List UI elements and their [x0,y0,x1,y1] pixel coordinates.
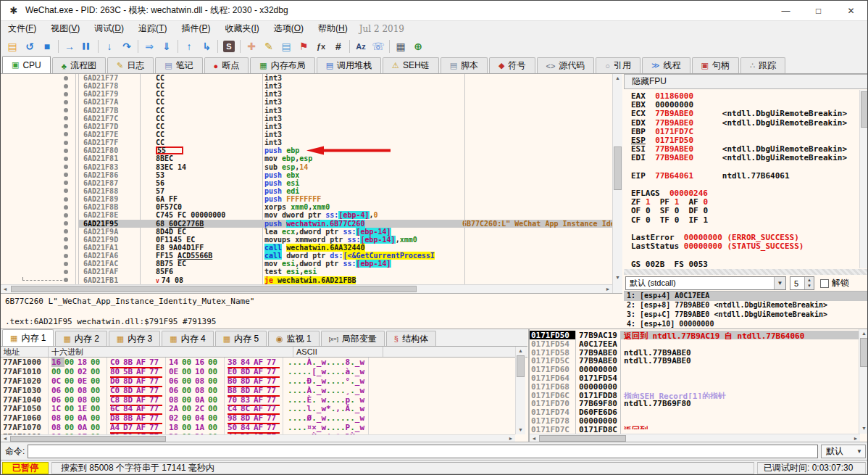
disasm-address[interactable]: 6AD21F8B [79,203,140,211]
command-input[interactable] [28,445,818,458]
breakpoint-dot-icon[interactable] [64,132,68,136]
dump-address[interactable]: 77AF1030 [1,386,49,395]
disasm-instruction[interactable]: push esi [264,179,462,187]
stack-row[interactable]: 0171FD7C0171FD8C返回到 [530,425,859,434]
disasm-row[interactable]: 6AD21FAF85F6test esi,esi [1,268,612,276]
breakpoint-dot-icon[interactable] [64,76,68,80]
breakpoint-dot-icon[interactable] [64,205,68,210]
stack-row[interactable]: 0171FD6800000000 [530,382,859,391]
dump-byte-group[interactable]: 16001800 [49,358,107,367]
dump-byte-group[interactable]: 805BAF77 [107,367,166,376]
stack-value[interactable]: 77B9AC19 [576,331,621,339]
breakpoint-dot-icon[interactable] [64,221,68,226]
dump-byte-group[interactable]: 18001A00 [166,423,225,432]
disasm-row[interactable]: 6AD21F77CCint3 [1,74,612,82]
disasm-bytes[interactable]: 83EC 14 [140,163,264,171]
step-out-button[interactable]: ⇓ [158,38,175,54]
disasm-row[interactable]: 6AD21F8653push ebx [1,171,612,179]
disasm-row[interactable]: 6AD21F7ECCint3 [1,131,612,139]
pause-button[interactable]: ▌▌ [78,38,96,54]
tab-句柄[interactable]: ▣句柄 [692,57,739,73]
comment-button[interactable]: ✎ [260,38,277,54]
disasm-bytes[interactable]: 8BEC [140,154,264,162]
disasm-bytes[interactable]: 53 [140,171,264,179]
tab-内存 3[interactable]: ▦内存 3 [109,331,160,346]
memory-dump-panel[interactable]: ▦内存 1▦内存 2▦内存 3▦内存 4▦内存 5◉监视 1[x=]局部变量§结… [1,329,527,442]
stack-value[interactable]: D60FE6D6 [576,408,621,416]
animate-button[interactable]: S [220,38,238,54]
dump-byte-group[interactable]: A4D7AF77 [107,423,166,432]
breakpoint-gutter[interactable] [1,195,79,203]
tab-日志[interactable]: ✎日志 [107,57,154,73]
stack-address[interactable]: 0171FD70 [530,399,576,408]
breakpoint-gutter[interactable] [1,139,79,146]
disasm-row[interactable]: 6AD21F818BECmov ebp,esp [1,154,612,162]
dump-byte-group[interactable]: E08DAF77 [225,367,283,376]
registers-splitter[interactable] [624,269,868,275]
run-button[interactable]: → [61,38,78,54]
register-line[interactable]: EIP 77B64061 ntdll.77B64061 [631,171,857,180]
disasm-row[interactable]: 6AD21F896A FFpush FFFFFFFF [1,195,612,203]
argument-row[interactable]: 1: [esp+4] A0C17EEA [624,292,868,301]
disasm-address[interactable]: 6AD21F8E [79,211,140,219]
disasm-bytes[interactable]: 85F6 [140,268,264,276]
breakpoint-dot-icon[interactable] [64,245,68,249]
disasm-row[interactable]: 6AD21F9D0F1145 ECmovups xmmword ptr ss:[… [1,236,612,244]
stack-address[interactable]: 0171FD64 [530,373,576,382]
run-to-cursor-button[interactable]: ⇒ [141,38,158,54]
tab-内存 2[interactable]: ▦内存 2 [55,331,107,346]
dump-address[interactable]: 77AF1040 [1,395,49,405]
tab-内存 1[interactable]: ▦内存 1 [2,329,54,346]
disasm-bytes[interactable]: CC [140,98,264,106]
stack-address[interactable]: 0171FD50 [530,331,576,339]
disasm-row[interactable]: 6AD21F79CCint3 [1,90,612,98]
disasm-bytes[interactable]: 56 [140,179,264,187]
register-line[interactable]: LastStatus 00000000 (STATUS_SUCCESS) [631,241,857,250]
dump-row[interactable]: 77AF10501C001E006C84AF772A002C00C48CAF77… [1,404,515,413]
disasm-address[interactable]: 6AD21FA1 [79,244,140,252]
disassembly-hscrollbar[interactable]: ◄ ► [1,284,612,293]
breakpoint-dot-icon[interactable] [64,149,68,153]
disasm-address[interactable]: 6AD21F79 [79,90,140,98]
breakpoint-gutter[interactable] [1,107,79,115]
disasm-bytes[interactable]: 68 60C2776B [140,220,264,228]
dump-byte-group[interactable]: 6C84AF77 [107,404,166,413]
breakpoint-gutter[interactable] [1,228,79,236]
disasm-address[interactable]: 6AD21F7C [79,115,140,123]
dump-row[interactable]: 77AF103006000800C08DAF7706000800B88DAF77… [1,386,515,395]
breakpoint-dot-icon[interactable] [64,254,68,258]
dump-byte-group[interactable]: 1C001E00 [49,404,107,413]
dump-row[interactable]: 77AF101000000200805BAF770E001000E08DAF77… [1,367,515,376]
calling-convention-select[interactable]: 默认 (stdcall) ▼ [625,276,786,290]
register-line[interactable]: EAX 01186000 [631,91,857,100]
stack-row[interactable]: 0171FD640171FD54 [530,373,859,382]
register-line[interactable]: CF 0 TF 0 IF 1 [631,215,857,224]
disasm-row[interactable]: 6AD21F9568 60C2776Bpush wechatwin.6B77C2… [1,220,612,228]
disasm-instruction[interactable]: movups xmmword ptr ss:[ebp-14],xmm0 [264,236,462,244]
disasm-instruction[interactable]: call wechatwin.6AA32440 [264,244,462,252]
disasm-row[interactable]: 6AD21F8857push edi [1,187,612,195]
dump-byte-group[interactable]: 7083AF77 [225,395,283,405]
disasm-address[interactable]: 6AD21F7F [79,139,140,146]
dump-row[interactable]: 77AF100016001800C08BAF77140016003884AF77… [1,358,515,367]
dump-address[interactable]: 77AF1050 [1,404,49,413]
stack-address[interactable]: 0171FD68 [530,382,576,391]
patch-button[interactable]: ✚ [243,38,260,54]
checkbox-icon[interactable] [820,279,829,288]
dump-byte-group[interactable]: B08DAF77 [225,376,283,386]
menu-item-帮助[interactable]: 帮助(H) [311,21,355,36]
register-line[interactable]: ESI 77B9ABE0 <ntdll.DbgUiRemoteBreakin> [631,144,857,153]
register-line[interactable]: ECX 77B9ABE0 <ntdll.DbgUiRemoteBreakin> [631,109,857,117]
disasm-address[interactable]: 6AD21F9D [79,236,140,244]
stack-address[interactable]: 0171FD60 [530,365,576,373]
disasm-bytes[interactable]: 8B75 EC [140,260,264,268]
breakpoint-gutter[interactable] [1,244,79,252]
disasm-address[interactable]: 6AD21F9A [79,228,140,236]
dump-rows[interactable]: 77AF100016001800C08BAF77140016003884AF77… [1,358,515,434]
tab-流程图[interactable]: ♣流程图 [52,57,106,73]
stack-row[interactable]: 0171FD6C0171FDD8指向SEH_Record[1]的指针 [530,391,859,400]
execute-till-return-button[interactable]: ↑ [180,38,198,54]
breakpoint-gutter[interactable] [1,203,79,211]
breakpoint-gutter[interactable] [1,115,79,123]
dump-byte-group[interactable]: C48CAF77 [225,404,283,413]
